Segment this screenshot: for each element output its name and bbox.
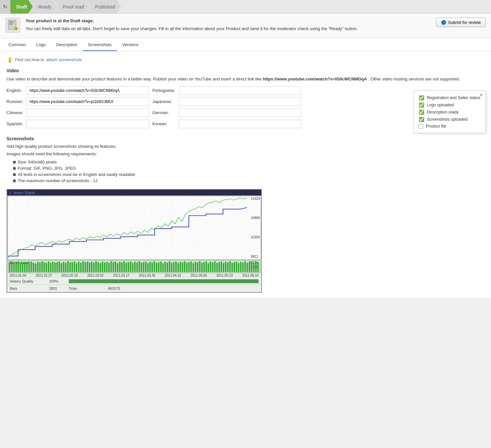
date-5: 2011.03.17 xyxy=(113,274,130,277)
svg-rect-110 xyxy=(231,263,233,272)
svg-rect-87 xyxy=(182,262,183,272)
checklist-item: Product file xyxy=(419,123,481,129)
video-fields-grid: English: Portuguese: Russian: Japanese: … xyxy=(7,86,301,128)
submit-label: Submit for review xyxy=(448,20,481,25)
input-russian[interactable] xyxy=(27,97,149,106)
input-spanish[interactable] xyxy=(27,120,149,128)
checklist-item-label: Registration and Seller status xyxy=(427,95,480,100)
chart-stats: History Quality 100% Bars 2801 Ticks 663… xyxy=(7,278,261,292)
checklist-close-button[interactable]: × xyxy=(480,92,483,98)
svg-rect-66 xyxy=(136,262,138,272)
refresh-button[interactable]: ↻ xyxy=(0,0,10,14)
stat-label-ticks: Ticks xyxy=(66,286,105,291)
stage-tab-published[interactable]: Published xyxy=(86,0,121,14)
input-portuguese[interactable] xyxy=(179,86,301,95)
req-text: Format: GIF, PNG, JPG, JPEG xyxy=(18,166,76,171)
date-10: 2011.06.10 xyxy=(242,274,259,277)
req-bullet xyxy=(13,180,16,182)
screenshots-desc1: Add high-quality product screenshots sho… xyxy=(7,144,484,149)
input-korean[interactable] xyxy=(179,120,301,128)
svg-rect-116 xyxy=(245,261,246,272)
svg-rect-19 xyxy=(35,263,36,272)
hint-text: Find out how to xyxy=(15,57,44,62)
svg-rect-46 xyxy=(93,263,95,272)
svg-rect-69 xyxy=(143,262,144,272)
stat-value-bars: 2801 xyxy=(46,286,66,291)
stage-tab-draft[interactable]: Draft xyxy=(10,0,33,14)
y-label-3: 10350 xyxy=(251,235,260,239)
tab-screenshots[interactable]: Screenshots xyxy=(83,39,117,51)
attach-screenshots-link[interactable]: attach screenshots xyxy=(46,57,82,62)
req-text: Size: 640x480 pixels xyxy=(18,160,57,164)
req-bullet xyxy=(13,173,16,176)
checklist-item: ✅Description ready xyxy=(419,109,481,116)
svg-rect-83 xyxy=(173,262,174,272)
checklist-item: ✅Registration and Seller status xyxy=(419,94,481,101)
chart-wrapper: 1 lance / Equity xyxy=(7,189,262,293)
svg-rect-28 xyxy=(54,262,56,272)
input-japanese[interactable] xyxy=(179,97,301,106)
svg-rect-36 xyxy=(72,262,73,272)
input-english[interactable] xyxy=(27,86,149,95)
req-text: All texts in screenshots must be in Engl… xyxy=(18,172,135,177)
svg-rect-96 xyxy=(201,263,203,272)
screenshots-title: Screenshots xyxy=(7,136,484,141)
svg-rect-97 xyxy=(203,262,205,272)
svg-rect-72 xyxy=(149,262,151,272)
svg-rect-62 xyxy=(128,262,129,272)
tabs-container: Common Logo Description Screenshots Vers… xyxy=(0,39,491,51)
date-7: 2011.04.15 xyxy=(165,274,181,277)
svg-rect-15 xyxy=(26,263,27,272)
svg-rect-40 xyxy=(80,263,82,272)
svg-rect-47 xyxy=(95,261,97,272)
svg-rect-70 xyxy=(145,261,146,272)
check-checked-icon: ✅ xyxy=(419,95,424,100)
svg-rect-56 xyxy=(115,261,116,272)
svg-rect-80 xyxy=(167,262,168,272)
svg-rect-77 xyxy=(160,261,161,272)
svg-rect-99 xyxy=(208,263,209,272)
svg-rect-78 xyxy=(162,263,164,272)
label-korean: Korean: xyxy=(153,121,175,126)
svg-rect-119 xyxy=(251,261,252,272)
stage-tab-ready[interactable]: Ready xyxy=(29,0,57,14)
svg-rect-31 xyxy=(61,263,62,272)
svg-rect-34 xyxy=(67,261,68,272)
input-german[interactable] xyxy=(179,109,301,117)
svg-rect-114 xyxy=(240,262,241,272)
tab-logo[interactable]: Logo xyxy=(31,39,51,51)
svg-rect-57 xyxy=(117,263,118,272)
svg-rect-6 xyxy=(8,196,247,259)
status-bar: ↻ Draft Ready Proof read Published xyxy=(0,0,491,14)
svg-rect-67 xyxy=(138,261,140,272)
stage-label-ready: Ready xyxy=(38,4,51,9)
tab-description[interactable]: Description xyxy=(51,39,83,51)
svg-rect-82 xyxy=(171,263,172,272)
svg-rect-43 xyxy=(87,261,88,272)
svg-rect-7 xyxy=(9,263,10,272)
checklist-item-label: Description ready xyxy=(427,110,459,114)
svg-rect-108 xyxy=(227,262,228,272)
svg-rect-94 xyxy=(197,262,198,272)
req-bullet xyxy=(13,167,16,170)
tab-common[interactable]: Common xyxy=(3,39,31,51)
svg-rect-100 xyxy=(210,262,211,272)
svg-rect-29 xyxy=(56,262,58,272)
input-chinese[interactable] xyxy=(27,109,149,117)
svg-rect-90 xyxy=(188,262,190,272)
svg-rect-1 xyxy=(9,21,14,22)
chart-header: 1 lance / Equity xyxy=(7,190,261,196)
svg-rect-21 xyxy=(39,262,41,272)
svg-rect-33 xyxy=(65,263,66,272)
tab-versions[interactable]: Versions xyxy=(117,39,144,51)
svg-rect-81 xyxy=(169,261,170,272)
stage-label-draft: Draft xyxy=(16,4,27,9)
checklist-item-label: Screenshots uploaded xyxy=(427,117,467,122)
stage-tab-proofread[interactable]: Proof read xyxy=(53,0,90,14)
submit-for-review-button[interactable]: 🔵 Submit for review xyxy=(436,18,486,27)
svg-rect-95 xyxy=(199,261,200,272)
svg-rect-92 xyxy=(192,263,194,272)
video-section-title: Video xyxy=(7,68,484,73)
svg-rect-60 xyxy=(123,261,125,272)
info-banner: ✎ Your product is at the Draft stage. Yo… xyxy=(0,14,491,38)
